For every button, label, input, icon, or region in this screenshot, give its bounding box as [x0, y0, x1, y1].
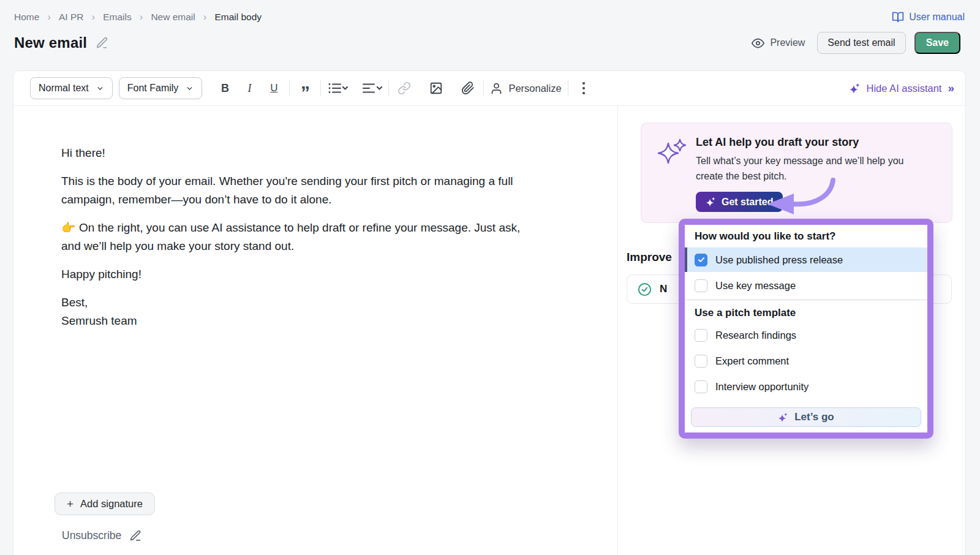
- underline-button[interactable]: U: [265, 78, 283, 98]
- save-button[interactable]: Save: [914, 32, 960, 54]
- add-signature-button[interactable]: + Add signature: [55, 493, 155, 515]
- email-editor-page: Home › AI PR › Emails › New email › Emai…: [0, 0, 980, 555]
- preview-button[interactable]: Preview: [748, 32, 809, 54]
- sparkle-icon: [706, 197, 716, 207]
- edit-title-icon[interactable]: [96, 36, 109, 50]
- user-manual-link[interactable]: User manual: [892, 11, 965, 23]
- option-label: Interview opportunity: [715, 381, 809, 393]
- header-actions: Preview Send test email Save: [748, 32, 960, 54]
- block-style-value: Normal text: [39, 83, 89, 94]
- font-family-value: Font Family: [127, 83, 179, 94]
- font-family-select[interactable]: Font Family: [119, 77, 203, 99]
- breadcrumb-separator: ›: [47, 11, 51, 23]
- toolbar-divider: [289, 80, 290, 96]
- email-paragraph: This is the body of your email. Whether …: [61, 172, 593, 209]
- breadcrumb: Home › AI PR › Emails › New email › Emai…: [14, 11, 262, 23]
- checkbox-unchecked[interactable]: [695, 279, 707, 292]
- option-label: Use key message: [715, 280, 796, 292]
- breadcrumb-ai-pr[interactable]: AI PR: [59, 12, 83, 23]
- italic-button[interactable]: I: [240, 78, 258, 98]
- link-button[interactable]: [395, 78, 413, 98]
- unsubscribe-block[interactable]: Unsubscribe: [62, 529, 142, 542]
- checkbox-checked[interactable]: [695, 254, 707, 266]
- personalize-label: Personalize: [508, 83, 561, 94]
- dropdown-divider: [685, 300, 927, 300]
- chevron-down-icon: [186, 85, 194, 92]
- email-body-editor[interactable]: Hi there! This is the body of your email…: [13, 106, 617, 555]
- option-label: Expert comment: [715, 355, 789, 367]
- page-title: New email: [14, 34, 87, 51]
- email-paragraph: Happy pitching!: [61, 265, 593, 284]
- pencil-icon[interactable]: [129, 529, 142, 542]
- breadcrumb-row: Home › AI PR › Emails › New email › Emai…: [14, 11, 965, 23]
- ai-promo-title: Let AI help you draft your story: [696, 136, 903, 149]
- preview-label: Preview: [770, 37, 805, 48]
- personalize-button[interactable]: Personalize: [490, 78, 561, 98]
- check-circle-icon: [638, 282, 652, 296]
- ai-start-dropdown: How would you like to start? Use publish…: [679, 219, 933, 439]
- send-test-email-button[interactable]: Send test email: [817, 32, 905, 54]
- hide-ai-assistant-label: Hide AI assistant: [867, 83, 942, 94]
- plus-icon: +: [67, 497, 74, 511]
- panel-divider: [617, 106, 618, 555]
- blockquote-button[interactable]: ”: [296, 78, 314, 98]
- toolbar-divider: [483, 80, 484, 96]
- chevron-down-icon: [96, 85, 104, 92]
- email-paragraph: 👉 On the right, you can use AI assistanc…: [61, 219, 593, 255]
- toolbar-divider: [320, 80, 321, 96]
- bold-button[interactable]: B: [216, 78, 234, 98]
- lets-go-label: Let’s go: [794, 411, 834, 423]
- unsubscribe-label: Unsubscribe: [62, 529, 121, 542]
- image-button[interactable]: [427, 78, 445, 98]
- improve-status-label: N: [660, 283, 667, 295]
- alignment-button[interactable]: [361, 78, 382, 98]
- option-interview-opportunity[interactable]: Interview opportunity: [685, 374, 927, 399]
- editor-toolbar: Normal text Font Family B I U ”: [13, 71, 965, 106]
- double-chevron-right-icon: »: [948, 81, 953, 95]
- block-style-select[interactable]: Normal text: [30, 77, 113, 99]
- breadcrumb-new-email[interactable]: New email: [151, 12, 195, 23]
- user-manual-label: User manual: [909, 12, 965, 23]
- option-research-findings[interactable]: Research findings: [685, 322, 927, 348]
- ai-sparkles-icon: [656, 136, 688, 210]
- hide-ai-assistant-button[interactable]: Hide AI assistant »: [849, 81, 953, 95]
- breadcrumb-separator: ›: [92, 11, 96, 23]
- checkbox-unchecked[interactable]: [695, 380, 707, 393]
- email-paragraph: Hi there!: [61, 144, 593, 162]
- more-options-kebab-icon[interactable]: [575, 78, 593, 98]
- option-label: Research findings: [715, 330, 796, 341]
- ai-promo-content: Let AI help you draft your story Tell wh…: [696, 136, 903, 210]
- ai-promo-card: Let AI help you draft your story Tell wh…: [641, 123, 952, 223]
- bullet-list-button[interactable]: [327, 78, 348, 98]
- ai-promo-description: Tell what’s your key message and we’ll h…: [696, 153, 903, 184]
- lets-go-button[interactable]: Let’s go: [691, 407, 921, 427]
- option-label: Use published press release: [715, 254, 843, 266]
- improve-section-heading: Improve: [627, 251, 672, 264]
- dropdown-question: How would you like to start?: [695, 230, 918, 243]
- option-use-key-message[interactable]: Use key message: [685, 272, 927, 300]
- sparkle-icon: [849, 83, 861, 94]
- attachment-icon[interactable]: [459, 78, 477, 98]
- breadcrumb-current: Email body: [214, 12, 262, 23]
- add-signature-label: Add signature: [80, 498, 143, 510]
- eye-icon: [752, 37, 764, 50]
- breadcrumb-separator: ›: [203, 11, 207, 23]
- option-expert-comment[interactable]: Expert comment: [685, 348, 927, 374]
- sparkle-icon: [778, 412, 788, 423]
- editor-card: Normal text Font Family B I U ”: [13, 70, 966, 555]
- breadcrumb-separator: ›: [140, 11, 143, 23]
- option-use-published-press-release[interactable]: Use published press release: [685, 247, 927, 272]
- breadcrumb-emails[interactable]: Emails: [103, 12, 132, 23]
- title-row: New email Preview Send test email Save: [14, 32, 960, 54]
- get-started-label: Get started: [722, 197, 773, 208]
- email-paragraph: Best, Semrush team: [61, 293, 593, 330]
- checkbox-unchecked[interactable]: [695, 329, 707, 342]
- breadcrumb-home[interactable]: Home: [14, 12, 39, 23]
- pitch-template-heading: Use a pitch template: [695, 307, 918, 319]
- book-icon: [892, 11, 904, 23]
- get-started-button[interactable]: Get started: [696, 192, 783, 212]
- toolbar-divider: [388, 80, 389, 96]
- checkbox-unchecked[interactable]: [695, 355, 707, 368]
- toolbar-divider: [568, 80, 568, 96]
